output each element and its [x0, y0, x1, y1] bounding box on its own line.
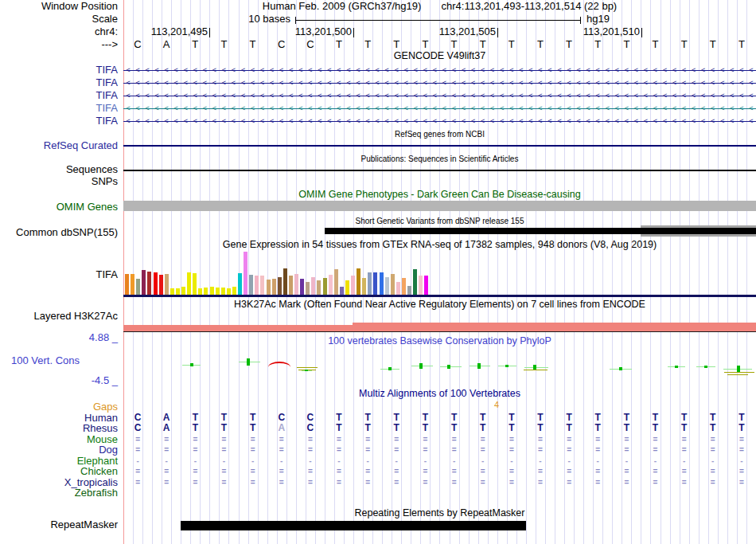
multiz-row-label-gaps[interactable]: Gaps	[0, 401, 118, 412]
multiz-base: T	[209, 423, 238, 433]
gtex-expression-bar[interactable]	[351, 276, 355, 295]
track-label-sequences[interactable]: Sequences	[0, 164, 118, 174]
gtex-expression-bar[interactable]	[294, 274, 298, 295]
gtex-expression-bar[interactable]	[283, 268, 287, 295]
multiz-base: T	[497, 423, 526, 433]
gtex-expression-bar[interactable]	[323, 278, 327, 295]
gtex-expression-bar[interactable]	[193, 273, 197, 295]
gtex-expression-bar[interactable]	[396, 282, 400, 295]
track-label-refseq-curated[interactable]: RefSeq Curated	[0, 140, 118, 151]
gtex-expression-bar[interactable]	[368, 272, 372, 295]
gtex-expression-bar[interactable]	[204, 288, 208, 295]
refseq-gene-line[interactable]	[123, 145, 756, 147]
strand-arrow-left: <	[267, 104, 277, 113]
track-label-repeatmasker[interactable]: RepeatMasker	[0, 519, 118, 530]
gtex-expression-bar[interactable]	[131, 274, 134, 295]
multiz-align-symbol: -	[382, 456, 411, 466]
gtex-expression-bar[interactable]	[306, 282, 310, 295]
gtex-expression-bar[interactable]	[357, 268, 360, 295]
track-label-snps[interactable]: SNPs	[0, 176, 118, 186]
h3k27ac-signal-left[interactable]	[123, 325, 353, 331]
strand-arrow-left: <	[641, 65, 650, 75]
gtex-expression-bar[interactable]	[249, 275, 253, 295]
gtex-expression-bar[interactable]	[278, 277, 282, 295]
gtex-expression-bar[interactable]	[385, 277, 389, 295]
gtex-expression-bar[interactable]	[407, 286, 411, 295]
multiz-row-label-chicken[interactable]: Chicken	[0, 466, 118, 476]
gtex-expression-bar[interactable]	[362, 278, 366, 295]
gtex-expression-bar[interactable]	[154, 272, 158, 295]
gtex-expression-bar[interactable]	[380, 272, 384, 295]
multiz-row-label-dog[interactable]: Dog	[0, 444, 118, 455]
strand-arrow-left: <	[439, 65, 449, 75]
dbsnp-variant-black-bar[interactable]	[325, 228, 756, 234]
gtex-expression-bar[interactable]	[345, 280, 349, 295]
gtex-expression-bar[interactable]	[329, 275, 333, 295]
gtex-expression-bar[interactable]	[176, 288, 180, 295]
omim-gene-bar[interactable]	[123, 201, 756, 211]
gtex-expression-bar[interactable]	[419, 276, 423, 295]
gene-label-tifa[interactable]: TIFA	[0, 90, 118, 100]
gtex-expression-bar[interactable]	[391, 274, 395, 295]
gtex-expression-bar[interactable]	[181, 287, 185, 295]
gtex-expression-bar[interactable]	[147, 272, 151, 295]
gtex-expression-bar[interactable]	[210, 287, 214, 295]
strand-arrow-left: <	[420, 78, 430, 88]
gtex-expression-bar[interactable]	[136, 279, 140, 295]
gtex-expression-bar[interactable]	[402, 278, 406, 295]
gtex-expression-bar[interactable]	[165, 274, 169, 295]
track-label-omim-genes[interactable]: OMIM Genes	[0, 202, 118, 212]
gtex-expression-bar[interactable]	[317, 280, 321, 295]
gene-label-tifa[interactable]: TIFA	[0, 77, 118, 88]
track-label-dbsnp[interactable]: Common dbSNP(155)	[0, 227, 118, 237]
gtex-expression-bar[interactable]	[334, 269, 338, 295]
gtex-expression-bar[interactable]	[125, 274, 129, 295]
gtex-expression-bar[interactable]	[227, 288, 231, 295]
gtex-expression-bar[interactable]	[413, 269, 417, 295]
gene-label-tifa[interactable]: TIFA	[0, 115, 118, 126]
strand-arrow-left: <	[420, 116, 430, 126]
multiz-row-label-rhesus[interactable]: Rhesus	[0, 423, 118, 433]
gtex-expression-bar[interactable]	[300, 279, 304, 295]
track-label-gtex-tifa[interactable]: TIFA	[0, 269, 118, 280]
strand-arrow-left: <	[430, 65, 439, 75]
multiz-row-label-zebrafish[interactable]: Zebrafish	[0, 487, 118, 498]
gtex-expression-bar[interactable]	[159, 275, 163, 295]
strand-arrow-left: <	[315, 91, 325, 100]
gtex-expression-bar[interactable]	[221, 288, 225, 295]
strand-arrow-left: <	[650, 104, 660, 113]
sequences-feature-line[interactable]	[123, 170, 756, 171]
gtex-expression-bar[interactable]	[170, 288, 174, 295]
gtex-expression-bar[interactable]	[244, 252, 247, 295]
gtex-expression-bar[interactable]	[373, 272, 377, 295]
repeatmasker-element-bar[interactable]	[181, 521, 526, 530]
gtex-expression-bar[interactable]	[260, 276, 264, 295]
gtex-expression-bar[interactable]	[289, 276, 293, 295]
h3k27ac-signal-right[interactable]	[353, 323, 756, 331]
phylop-max-value: 4.88 _	[0, 332, 118, 342]
gtex-expression-bar[interactable]	[311, 277, 315, 295]
track-title-multiz: Multiz Alignments of 100 Vertebrates	[123, 389, 756, 399]
gtex-expression-bar[interactable]	[340, 287, 344, 295]
gene-label-tifa[interactable]: TIFA	[0, 65, 118, 75]
gtex-expression-bar[interactable]	[216, 288, 220, 295]
multiz-align-symbol: =	[641, 444, 669, 455]
strand-arrow-left: <	[392, 78, 401, 88]
gtex-expression-bar[interactable]	[238, 273, 242, 295]
track-label-h3k27ac[interactable]: Layered H3K27Ac	[0, 311, 118, 321]
gtex-expression-bar[interactable]	[255, 276, 259, 295]
gtex-expression-bar[interactable]	[198, 288, 202, 295]
gtex-expression-bar[interactable]	[272, 279, 276, 295]
gtex-expression-bar[interactable]	[232, 287, 236, 295]
strand-arrow-left: <	[401, 78, 411, 88]
gtex-expression-bar[interactable]	[267, 280, 271, 295]
gtex-expression-bar[interactable]	[187, 272, 191, 295]
strand-arrow-left: <	[219, 104, 228, 113]
gtex-expression-bar[interactable]	[142, 270, 146, 295]
track-label-phylop[interactable]: 100 Vert. Cons	[0, 355, 80, 366]
gtex-expression-bar[interactable]	[424, 276, 428, 295]
strand-arrow-left: <	[171, 116, 181, 126]
sequence-base: C	[267, 39, 296, 49]
strand-arrow-left: <	[737, 65, 746, 75]
gene-label-tifa[interactable]: TIFA	[0, 103, 118, 113]
